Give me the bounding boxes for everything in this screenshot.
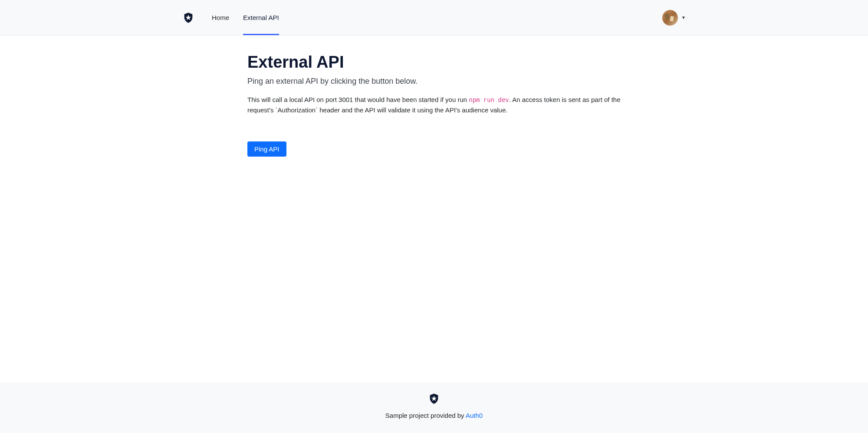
desc-code: npm run dev — [469, 97, 509, 104]
navbar: Home External API ▼ — [0, 0, 868, 36]
footer-text: Sample project provided by Auth0 — [0, 412, 868, 419]
nav-links: Home External API — [212, 7, 279, 28]
nav-home[interactable]: Home — [212, 7, 229, 28]
main-content: External API Ping an external API by cli… — [0, 36, 868, 382]
footer: Sample project provided by Auth0 — [0, 382, 868, 433]
footer-auth0-link[interactable]: Auth0 — [466, 412, 483, 419]
nav-external-api[interactable]: External API — [243, 7, 279, 28]
page-title: External API — [247, 53, 621, 72]
footer-text-label: Sample project provided by — [385, 412, 466, 419]
user-menu[interactable]: ▼ — [662, 10, 686, 26]
caret-down-icon: ▼ — [681, 15, 686, 20]
avatar — [662, 10, 678, 26]
page-description: This will call a local API on port 3001 … — [247, 95, 621, 115]
page-lead: Ping an external API by clicking the but… — [247, 77, 621, 86]
brand-logo-icon[interactable] — [182, 12, 194, 24]
desc-text-1: This will call a local API on port 3001 … — [247, 96, 469, 103]
ping-api-button[interactable]: Ping API — [247, 141, 286, 157]
footer-logo-icon — [0, 393, 868, 407]
